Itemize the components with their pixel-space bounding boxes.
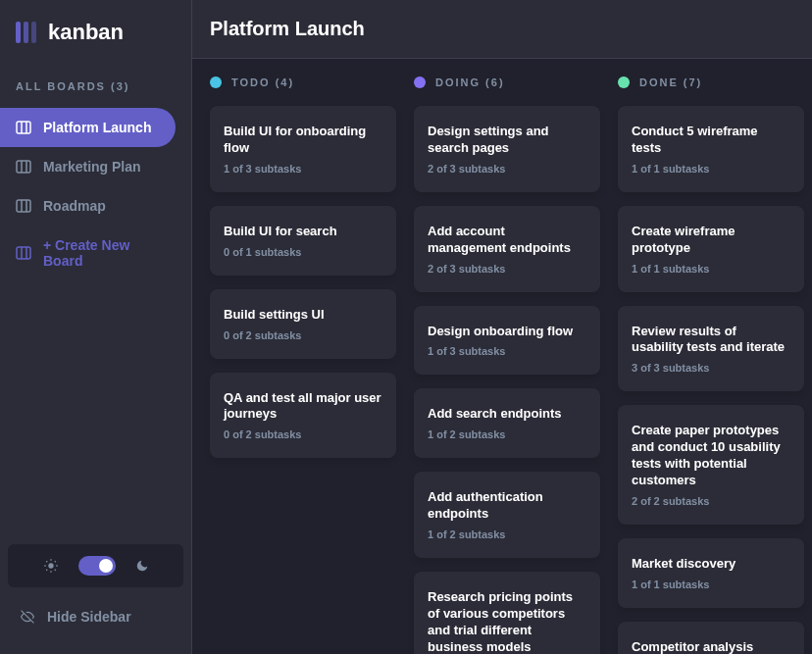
card-list: Design settings and search pages2 of 3 s… xyxy=(414,106,600,654)
task-card[interactable]: Add account management endpoints2 of 3 s… xyxy=(414,206,600,292)
task-card[interactable]: Build UI for onboarding flow1 of 3 subta… xyxy=(210,106,396,192)
task-card-title: QA and test all major user journeys xyxy=(224,390,382,424)
main: Platform Launch TODO (4)Build UI for onb… xyxy=(192,0,812,654)
board-list: Platform Launch Marketing Plan Roadmap +… xyxy=(0,108,191,544)
eye-off-icon xyxy=(20,610,35,624)
task-card-subtasks: 1 of 2 subtasks xyxy=(428,428,586,440)
svg-line-15 xyxy=(46,561,47,562)
board-icon xyxy=(16,245,31,261)
task-card-subtasks: 2 of 3 subtasks xyxy=(428,263,586,275)
task-card-subtasks: 2 of 3 subtasks xyxy=(428,163,586,175)
svg-rect-0 xyxy=(17,122,30,133)
task-card-subtasks: 3 of 3 subtasks xyxy=(632,362,790,374)
task-card-title: Research pricing points of various compe… xyxy=(428,589,586,654)
column-doing: DOING (6)Design settings and search page… xyxy=(414,76,600,636)
task-card[interactable]: QA and test all major user journeys0 of … xyxy=(210,373,396,459)
svg-line-20 xyxy=(54,561,55,562)
task-card[interactable]: Review results of usability tests and it… xyxy=(618,306,804,392)
svg-rect-9 xyxy=(17,247,30,259)
column-title: DONE (7) xyxy=(639,76,702,88)
board-icon xyxy=(16,198,31,214)
column-dot-icon xyxy=(618,76,630,88)
sidebar-item-platform-launch[interactable]: Platform Launch xyxy=(0,108,176,147)
hide-sidebar-button[interactable]: Hide Sidebar xyxy=(8,599,183,634)
svg-rect-6 xyxy=(17,200,30,212)
sidebar-item-label: Platform Launch xyxy=(43,120,151,135)
task-card[interactable]: Build settings UI0 of 2 subtasks xyxy=(210,289,396,359)
sidebar: kanban All Boards (3) Platform Launch Ma… xyxy=(0,0,192,654)
create-new-board-button[interactable]: + Create New Board xyxy=(0,226,176,280)
page-title: Platform Launch xyxy=(210,18,794,40)
hide-sidebar-label: Hide Sidebar xyxy=(47,609,131,625)
column-dot-icon xyxy=(210,76,222,88)
task-card[interactable]: Design onboarding flow1 of 3 subtasks xyxy=(414,306,600,376)
moon-icon xyxy=(135,559,149,573)
task-card-subtasks: 1 of 1 subtasks xyxy=(632,263,790,275)
task-card-title: Design settings and search pages xyxy=(428,124,586,157)
task-card-title: Review results of usability tests and it… xyxy=(632,324,790,357)
app-name: kanban xyxy=(48,20,124,45)
task-card-title: Create paper prototypes and conduct 10 u… xyxy=(632,423,790,489)
task-card[interactable]: Conduct 5 wireframe tests1 of 1 subtasks xyxy=(618,106,804,192)
card-list: Build UI for onboarding flow1 of 3 subta… xyxy=(210,106,396,458)
svg-rect-3 xyxy=(17,161,30,173)
task-card-title: Build settings UI xyxy=(224,307,382,324)
column-title: DOING (6) xyxy=(435,76,505,88)
task-card-title: Build UI for search xyxy=(224,224,382,240)
create-new-board-label: + Create New Board xyxy=(43,237,160,269)
task-card-subtasks: 1 of 1 subtasks xyxy=(632,579,790,590)
task-card-subtasks: 1 of 3 subtasks xyxy=(428,345,586,357)
task-card-subtasks: 2 of 2 subtasks xyxy=(632,495,790,507)
task-card-title: Market discovery xyxy=(632,556,790,573)
task-card-title: Create wireframe prototype xyxy=(632,224,790,257)
app-logo: kanban xyxy=(0,20,191,45)
sidebar-item-marketing-plan[interactable]: Marketing Plan xyxy=(0,147,176,186)
sidebar-item-label: Marketing Plan xyxy=(43,159,141,175)
task-card-title: Add search endpoints xyxy=(428,406,586,423)
column-done: DONE (7)Conduct 5 wireframe tests1 of 1 … xyxy=(618,76,804,636)
theme-toggle-switch[interactable] xyxy=(78,556,116,576)
task-card-subtasks: 1 of 2 subtasks xyxy=(428,528,586,540)
task-card-subtasks: 1 of 3 subtasks xyxy=(224,163,382,175)
task-card-title: Build UI for onboarding flow xyxy=(224,124,382,157)
board-icon xyxy=(16,120,31,135)
task-card[interactable]: Create paper prototypes and conduct 10 u… xyxy=(618,405,804,525)
sidebar-bottom: Hide Sidebar xyxy=(0,544,191,654)
column-header: TODO (4) xyxy=(210,76,396,88)
task-card-title: Conduct 5 wireframe tests xyxy=(632,124,790,157)
svg-line-19 xyxy=(46,570,47,571)
svg-line-16 xyxy=(54,570,55,571)
task-card-title: Competitor analysis xyxy=(632,639,790,654)
task-card-title: Design onboarding flow xyxy=(428,324,586,340)
sun-icon xyxy=(43,558,59,574)
task-card-title: Add account management endpoints xyxy=(428,224,586,257)
task-card-subtasks: 0 of 2 subtasks xyxy=(224,428,382,440)
theme-toggle xyxy=(8,544,183,587)
task-card[interactable]: Market discovery1 of 1 subtasks xyxy=(618,538,804,608)
svg-point-12 xyxy=(48,563,53,568)
boards-header: All Boards (3) xyxy=(0,80,191,92)
task-card[interactable]: Competitor analysis2 of 2 subtasks xyxy=(618,622,804,654)
task-card-subtasks: 0 of 2 subtasks xyxy=(224,329,382,341)
task-card[interactable]: Build UI for search0 of 1 subtasks xyxy=(210,206,396,276)
task-card[interactable]: Research pricing points of various compe… xyxy=(414,572,600,654)
kanban-board: TODO (4)Build UI for onboarding flow1 of… xyxy=(192,59,812,654)
task-card[interactable]: Add search endpoints1 of 2 subtasks xyxy=(414,388,600,458)
task-card[interactable]: Add authentication endpoints1 of 2 subta… xyxy=(414,472,600,558)
task-card-subtasks: 0 of 1 subtasks xyxy=(224,246,382,258)
task-card[interactable]: Create wireframe prototype1 of 1 subtask… xyxy=(618,206,804,292)
column-title: TODO (4) xyxy=(231,76,294,88)
sidebar-item-roadmap[interactable]: Roadmap xyxy=(0,186,176,226)
logo-icon xyxy=(16,22,36,43)
board-icon xyxy=(16,159,31,175)
column-header: DONE (7) xyxy=(618,76,804,88)
column-todo: TODO (4)Build UI for onboarding flow1 of… xyxy=(210,76,396,636)
header: Platform Launch xyxy=(192,0,812,59)
card-list: Conduct 5 wireframe tests1 of 1 subtasks… xyxy=(618,106,804,654)
task-card[interactable]: Design settings and search pages2 of 3 s… xyxy=(414,106,600,192)
column-header: DOING (6) xyxy=(414,76,600,88)
sidebar-item-label: Roadmap xyxy=(43,198,106,214)
toggle-knob xyxy=(99,559,113,573)
task-card-subtasks: 1 of 1 subtasks xyxy=(632,163,790,175)
column-dot-icon xyxy=(414,76,426,88)
